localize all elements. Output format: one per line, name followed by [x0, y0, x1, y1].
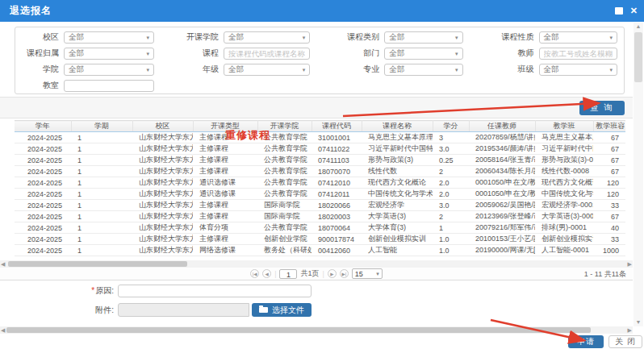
cell: 3.0	[433, 143, 469, 155]
page-size-select[interactable]: 15 ▾	[352, 268, 383, 279]
cell: 1	[71, 200, 132, 211]
cell: 马克思主义基本原理	[362, 132, 433, 143]
college-select[interactable]: 全部▾	[64, 64, 154, 76]
classroom-label: 教室	[22, 80, 59, 91]
table-row[interactable]: 2024-20251山东财经大学东方学院通识选修课公共教育学院07412011中…	[15, 189, 625, 200]
cell: 山东财经大学东方学院	[132, 222, 193, 234]
reason-label: *原因:	[0, 285, 118, 297]
cell: 主修课程	[193, 234, 257, 245]
course-nature-select[interactable]: 全部▾	[539, 31, 617, 44]
next-page-button[interactable]: ▶	[328, 269, 337, 278]
footer-actions: 申请 关 闭	[568, 335, 642, 348]
pager-separator: |	[274, 270, 276, 278]
reason-input[interactable]	[118, 285, 312, 297]
prev-page-button[interactable]: ◀	[262, 269, 271, 278]
total-pages-label: 共1页	[300, 268, 319, 279]
table-row[interactable]: 2024-20251山东财经大学东方学院主修课程公共教育学院18070070线性…	[15, 166, 625, 177]
cell: 大学英语(3)-0005	[535, 211, 593, 222]
select-value: 全部	[389, 48, 404, 59]
table-row[interactable]: 2024-20251山东财经大学东方学院主修课程公共教育学院07411022习近…	[15, 143, 625, 155]
cell: 主修课程	[193, 211, 257, 222]
cell: 2024-2025	[15, 211, 71, 222]
cell: 3	[433, 132, 469, 143]
table-horizontal-scrollbar[interactable]: ◀ ▶	[0, 260, 633, 268]
chevron-down-icon: ▾	[147, 67, 150, 73]
course-affiliation-select[interactable]: 全部▾	[64, 48, 154, 60]
bottom-horizontal-scrollbar[interactable]: ◀ ▶	[0, 326, 633, 334]
filter-grid: 校区全部▾开课学院全部▾课程类别全部▾课程性质全部▾课程归属全部▾课程部门全部▾…	[22, 29, 617, 93]
class-select[interactable]: 全部▾	[539, 64, 617, 76]
scroll-left-icon[interactable]: ◀	[1, 326, 5, 334]
last-page-button[interactable]: ▶|	[340, 269, 349, 278]
cell: 2024-2025	[15, 200, 71, 211]
table-row[interactable]: 2024-20251山东财经大学东方学院主修课程公共教育学院07411103形势…	[15, 155, 625, 166]
attachment-filename-field	[118, 303, 249, 317]
course-category-select[interactable]: 全部▾	[384, 31, 462, 44]
folder-icon	[259, 307, 268, 313]
query-button[interactable]: 查 询	[579, 101, 625, 115]
maximize-icon[interactable]	[615, 7, 623, 15]
cell: 主修课程	[193, 166, 257, 177]
column-header: 学年	[15, 121, 71, 132]
scrollbar-thumb[interactable]	[6, 327, 591, 333]
campus-select[interactable]: 全部▾	[64, 31, 154, 44]
dialog-titlebar: 退选报名 ✕	[0, 0, 644, 22]
choose-file-button[interactable]: 选择文件	[252, 303, 312, 317]
table-row[interactable]: 2024-20251山东财经大学东方学院体育分项公共教育学院18070064大学…	[15, 222, 625, 234]
table-row[interactable]: 2024-20251山东财经大学东方学院网络选修课教务处（科研处）0041206…	[15, 245, 625, 256]
pagination-bar: |◀ ◀ | 1 共1页 | ▶ ▶| 15 ▾ 1 - 11 共11条	[0, 268, 633, 280]
course-input[interactable]	[224, 48, 310, 60]
teacher-input[interactable]	[539, 48, 617, 60]
dialog-title: 退选报名	[10, 4, 52, 18]
select-value: 全部	[69, 48, 84, 59]
scroll-right-icon[interactable]: ▶	[628, 260, 632, 268]
grade-select[interactable]: 全部▾	[224, 64, 310, 76]
cell: 山东财经大学东方学院	[132, 166, 193, 177]
cell: 67	[593, 166, 625, 177]
first-page-button[interactable]: |◀	[250, 269, 259, 278]
cell: 2.0	[433, 189, 469, 200]
table-row[interactable]: 2024-20251山东财经大学东方学院主修课程公共教育学院31001001马克…	[15, 132, 625, 143]
pager-separator: |	[323, 270, 324, 278]
scroll-left-icon[interactable]: ◀	[1, 260, 5, 268]
table-row[interactable]: 2024-20251山东财经大学东方学院通识选修课公共教育学院07412010现…	[15, 177, 625, 189]
scrollbar-thumb[interactable]	[634, 32, 642, 82]
cell: 1.0	[433, 245, 469, 256]
cell: 宏观经济学-0001	[535, 200, 593, 211]
cell: 33	[593, 234, 625, 245]
scroll-up-icon[interactable]: ▲	[634, 23, 643, 31]
cell: 67	[593, 211, 625, 222]
course-label: 课程	[159, 48, 219, 59]
close-button[interactable]: 关 闭	[608, 335, 642, 348]
apply-button[interactable]: 申请	[568, 335, 604, 348]
cell: 2	[433, 166, 469, 177]
classroom-input[interactable]	[64, 80, 154, 92]
cell: 1	[71, 177, 132, 189]
cell: 山东财经大学东方学院	[132, 132, 193, 143]
table-row[interactable]: 2024-20251山东财经大学东方学院主修课程创新创业学院900017874创…	[15, 234, 625, 245]
cell: 67	[593, 155, 625, 166]
reason-row: *原因:	[0, 284, 312, 297]
table-row[interactable]: 2024-20251山东财经大学东方学院主修课程国际商学院18020003大学英…	[15, 211, 625, 222]
major-select[interactable]: 全部▾	[384, 64, 462, 76]
scroll-down-icon[interactable]: ▼	[634, 318, 643, 326]
offering-college-select[interactable]: 全部▾	[224, 31, 310, 44]
column-header: 学分	[433, 121, 469, 132]
vertical-scrollbar[interactable]: ▲ ▼	[634, 23, 643, 326]
cell: 1.0	[433, 234, 469, 245]
cell: 国际商学院	[257, 211, 312, 222]
cell: 1	[71, 155, 132, 166]
cell: 20195346/颜涛/讲师[公共	[469, 143, 535, 155]
cell: 1	[71, 166, 132, 177]
page-number-input[interactable]: 1	[279, 269, 297, 279]
scroll-right-icon[interactable]: ▶	[628, 326, 632, 334]
department-select[interactable]: 全部▾	[384, 48, 462, 60]
department-label: 部门	[315, 48, 379, 59]
close-icon[interactable]: ✕	[630, 6, 638, 15]
table-row[interactable]: 2024-20251山东财经大学东方学院主修课程国际商学院18020066宏观经…	[15, 200, 625, 211]
course-affiliation-label: 课程归属	[22, 48, 59, 59]
teacher-label: 教师	[468, 48, 534, 59]
cell: 习近平新时代中国特色社	[362, 143, 433, 155]
cell: 2024-2025	[15, 166, 71, 177]
scrollbar-thumb[interactable]	[8, 261, 187, 267]
